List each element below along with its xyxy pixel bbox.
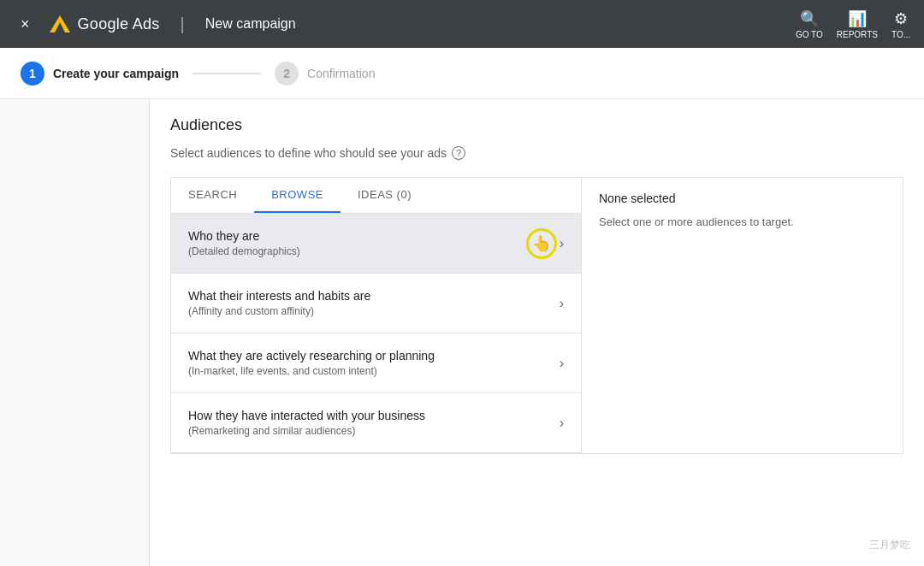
audience-panel: SEARCH BROWSE IDEAS (0) Who they are (De… (170, 177, 903, 454)
audience-item-title-4: How they have interacted with your busin… (188, 409, 425, 422)
audience-item-subtitle-3: (In-market, life events, and custom inte… (188, 365, 435, 377)
audience-item-subtitle-4: (Remarketing and similar audiences) (188, 425, 425, 437)
audience-tabs: SEARCH BROWSE IDEAS (0) (171, 178, 581, 214)
google-ads-logo: Google Ads (47, 13, 160, 35)
campaign-title: New campaign (205, 16, 296, 32)
goto-button[interactable]: 🔍 GO TO (796, 9, 823, 39)
main-layout: Audiences Select audiences to define who… (0, 99, 924, 566)
close-button[interactable]: × (14, 12, 37, 37)
chevron-right-icon-2: › (560, 296, 564, 311)
step-2-circle: 2 (275, 62, 299, 85)
tools-label: TO... (891, 30, 910, 39)
section-title: Audiences (170, 116, 903, 134)
audience-item-subtitle-2: (Affinity and custom affinity) (188, 305, 370, 317)
audience-item-researching[interactable]: What they are actively researching or pl… (171, 333, 581, 393)
search-icon: 🔍 (800, 9, 819, 28)
audience-item-subtitle-1: (Detailed demographics) (188, 245, 300, 257)
cursor-indicator: 👆 (532, 234, 551, 253)
chevron-right-icon-1: › (560, 236, 564, 251)
step-1-label: Create your campaign (53, 67, 179, 80)
goto-label: GO TO (796, 30, 823, 39)
audience-item-title-1: Who they are (188, 229, 300, 243)
section-subtitle: Select audiences to define who should se… (170, 146, 903, 160)
step-1-circle: 1 (21, 62, 44, 85)
audience-item-content-3: What they are actively researching or pl… (188, 349, 435, 377)
watermark: 三月梦吃 (869, 538, 910, 552)
audience-item-content-1: Who they are (Detailed demographics) (188, 229, 300, 257)
stepper-bar: 1 Create your campaign 2 Confirmation (0, 48, 924, 99)
cursor-hand-icon: 👆 (532, 235, 551, 252)
logo-text: Google Ads (78, 15, 160, 33)
audience-item-title-3: What they are actively researching or pl… (188, 349, 435, 363)
nav-divider: | (181, 15, 185, 34)
step-2: 2 Confirmation (275, 62, 375, 85)
cursor-area: 👆 › (532, 234, 564, 253)
step-1: 1 Create your campaign (21, 62, 179, 85)
sidebar (0, 99, 150, 566)
chevron-right-icon-4: › (560, 416, 564, 431)
audience-item-content-4: How they have interacted with your busin… (188, 409, 425, 437)
audience-item-interests[interactable]: What their interests and habits are (Aff… (171, 274, 581, 333)
audience-item-interacted[interactable]: How they have interacted with your busin… (171, 393, 581, 453)
top-navigation: × Google Ads | New campaign 🔍 GO TO 📊 RE… (0, 0, 924, 48)
tab-browse[interactable]: BROWSE (254, 178, 341, 213)
tools-button[interactable]: ⚙ TO... (891, 9, 910, 39)
step-connector (192, 73, 261, 74)
tab-search[interactable]: SEARCH (171, 178, 254, 213)
logo-icon (48, 14, 72, 34)
nav-right: 🔍 GO TO 📊 REPORTS ⚙ TO... (796, 9, 910, 39)
reports-icon: 📊 (848, 9, 867, 28)
reports-label: REPORTS (837, 30, 878, 39)
right-panel-title: None selected (599, 192, 886, 205)
help-icon[interactable]: ? (452, 146, 465, 160)
step-2-label: Confirmation (307, 67, 375, 80)
content-area: Audiences Select audiences to define who… (150, 99, 924, 566)
chevron-right-icon-3: › (560, 356, 564, 371)
right-panel-desc: Select one or more audiences to target. (599, 214, 886, 231)
audience-left-panel: SEARCH BROWSE IDEAS (0) Who they are (De… (171, 178, 582, 453)
audience-right-panel: None selected Select one or more audienc… (582, 178, 903, 453)
tools-icon: ⚙ (894, 9, 908, 28)
nav-left: × Google Ads | New campaign (14, 12, 796, 37)
tab-ideas[interactable]: IDEAS (0) (341, 178, 429, 213)
audience-item-who-they-are[interactable]: Who they are (Detailed demographics) 👆 › (171, 214, 581, 274)
reports-button[interactable]: 📊 REPORTS (837, 9, 878, 39)
audience-item-content-2: What their interests and habits are (Aff… (188, 289, 370, 317)
audience-item-title-2: What their interests and habits are (188, 289, 370, 303)
